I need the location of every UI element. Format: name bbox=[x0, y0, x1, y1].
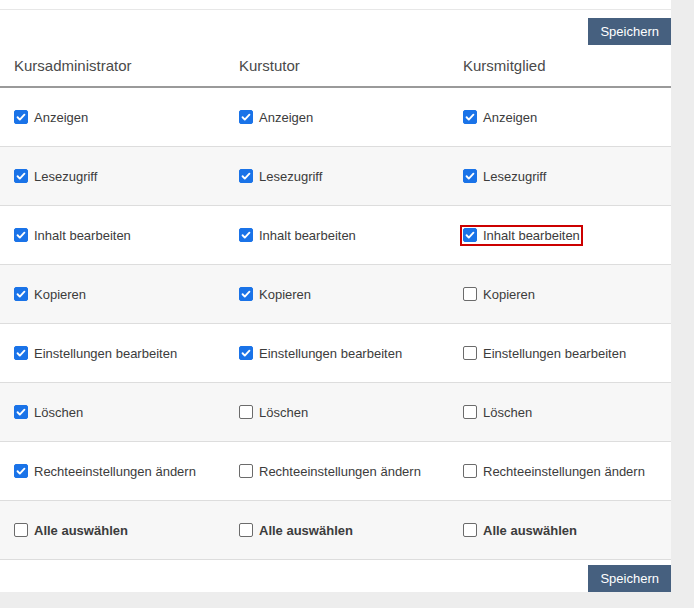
permission-label[interactable]: Kopieren bbox=[483, 287, 535, 302]
permission-label[interactable]: Löschen bbox=[34, 405, 83, 420]
unchecked-checkbox-kursadministrator[interactable] bbox=[14, 523, 28, 537]
checkbox-group: Einstellungen bearbeiten bbox=[14, 346, 177, 361]
permission-cell-kursadministrator: Alle auswählen bbox=[0, 523, 225, 538]
permission-label[interactable]: Alle auswählen bbox=[483, 523, 577, 538]
checked-checkbox-kurstutor[interactable] bbox=[239, 346, 253, 360]
permission-label[interactable]: Anzeigen bbox=[34, 110, 88, 125]
checkbox-group: Kopieren bbox=[14, 287, 86, 302]
permission-label[interactable]: Alle auswählen bbox=[34, 523, 128, 538]
column-header-kursmitglied: Kursmitglied bbox=[449, 57, 671, 74]
checkbox-group: Inhalt bearbeiten bbox=[14, 228, 131, 243]
unchecked-checkbox-kursmitglied[interactable] bbox=[463, 405, 477, 419]
checkbox-group: Lesezugriff bbox=[239, 169, 322, 184]
column-header-kursadministrator: Kursadministrator bbox=[0, 57, 225, 74]
permissions-panel: Speichern Kursadministrator Kurstutor Ku… bbox=[0, 0, 671, 592]
table-row: KopierenKopierenKopieren bbox=[0, 265, 671, 324]
permission-cell-kursmitglied: Lesezugriff bbox=[449, 169, 671, 184]
table-row: Alle auswählenAlle auswählenAlle auswähl… bbox=[0, 501, 671, 560]
checkbox-group: Alle auswählen bbox=[239, 523, 353, 538]
permission-label[interactable]: Anzeigen bbox=[259, 110, 313, 125]
table-row: Einstellungen bearbeitenEinstellungen be… bbox=[0, 324, 671, 383]
permission-label[interactable]: Löschen bbox=[259, 405, 308, 420]
permission-cell-kursadministrator: Lesezugriff bbox=[0, 169, 225, 184]
checked-checkbox-kursmitglied[interactable] bbox=[463, 169, 477, 183]
checkbox-group: Lesezugriff bbox=[463, 169, 546, 184]
checkbox-group: Inhalt bearbeiten bbox=[239, 228, 356, 243]
table-row: Inhalt bearbeitenInhalt bearbeitenInhalt… bbox=[0, 206, 671, 265]
save-button-top[interactable]: Speichern bbox=[588, 18, 671, 45]
permission-cell-kurstutor: Einstellungen bearbeiten bbox=[225, 346, 449, 361]
permission-cell-kursmitglied: Alle auswählen bbox=[449, 523, 671, 538]
checked-checkbox-kursmitglied[interactable] bbox=[463, 110, 477, 124]
checked-checkbox-kurstutor[interactable] bbox=[239, 110, 253, 124]
checkbox-group: Kopieren bbox=[463, 287, 535, 302]
permission-cell-kurstutor: Kopieren bbox=[225, 287, 449, 302]
table-header-row: Kursadministrator Kurstutor Kursmitglied bbox=[0, 45, 671, 88]
checkbox-group: Rechteeinstellungen ändern bbox=[463, 464, 645, 479]
permission-label[interactable]: Rechteeinstellungen ändern bbox=[259, 464, 421, 479]
unchecked-checkbox-kursmitglied[interactable] bbox=[463, 464, 477, 478]
unchecked-checkbox-kurstutor[interactable] bbox=[239, 464, 253, 478]
unchecked-checkbox-kurstutor[interactable] bbox=[239, 523, 253, 537]
save-button-bottom[interactable]: Speichern bbox=[588, 565, 671, 592]
permission-cell-kursmitglied: Einstellungen bearbeiten bbox=[449, 346, 671, 361]
permission-cell-kurstutor: Anzeigen bbox=[225, 110, 449, 125]
checked-checkbox-kurstutor[interactable] bbox=[239, 287, 253, 301]
unchecked-checkbox-kurstutor[interactable] bbox=[239, 405, 253, 419]
checked-checkbox-kursadministrator[interactable] bbox=[14, 110, 28, 124]
permission-label[interactable]: Kopieren bbox=[34, 287, 86, 302]
permission-cell-kursmitglied: Löschen bbox=[449, 405, 671, 420]
checkbox-group: Löschen bbox=[14, 405, 83, 420]
permission-label[interactable]: Inhalt bearbeiten bbox=[259, 228, 356, 243]
permission-label[interactable]: Einstellungen bearbeiten bbox=[483, 346, 626, 361]
checkbox-group: Anzeigen bbox=[14, 110, 88, 125]
permission-label[interactable]: Inhalt bearbeiten bbox=[483, 228, 580, 243]
checked-checkbox-kursadministrator[interactable] bbox=[14, 287, 28, 301]
permission-label[interactable]: Einstellungen bearbeiten bbox=[34, 346, 177, 361]
permission-label[interactable]: Rechteeinstellungen ändern bbox=[483, 464, 645, 479]
permission-cell-kurstutor: Löschen bbox=[225, 405, 449, 420]
checkbox-group: Einstellungen bearbeiten bbox=[463, 346, 626, 361]
permission-cell-kursadministrator: Kopieren bbox=[0, 287, 225, 302]
unchecked-checkbox-kursmitglied[interactable] bbox=[463, 287, 477, 301]
permission-label[interactable]: Inhalt bearbeiten bbox=[34, 228, 131, 243]
checked-checkbox-kursadministrator[interactable] bbox=[14, 464, 28, 478]
checked-checkbox-kurstutor[interactable] bbox=[239, 169, 253, 183]
table-row: LöschenLöschenLöschen bbox=[0, 383, 671, 442]
checkbox-group: Rechteeinstellungen ändern bbox=[14, 464, 196, 479]
permission-label[interactable]: Lesezugriff bbox=[259, 169, 322, 184]
permission-label[interactable]: Alle auswählen bbox=[259, 523, 353, 538]
permission-cell-kursadministrator: Anzeigen bbox=[0, 110, 225, 125]
checked-checkbox-kursadministrator[interactable] bbox=[14, 228, 28, 242]
checked-checkbox-kursadministrator[interactable] bbox=[14, 346, 28, 360]
permission-label[interactable]: Anzeigen bbox=[483, 110, 537, 125]
checked-checkbox-kursadministrator[interactable] bbox=[14, 405, 28, 419]
permission-cell-kurstutor: Lesezugriff bbox=[225, 169, 449, 184]
checkbox-group: Einstellungen bearbeiten bbox=[239, 346, 402, 361]
permissions-rows: AnzeigenAnzeigenAnzeigenLesezugriffLesez… bbox=[0, 88, 671, 560]
checkbox-group: Anzeigen bbox=[239, 110, 313, 125]
checkbox-group: Löschen bbox=[239, 405, 308, 420]
permission-cell-kursadministrator: Einstellungen bearbeiten bbox=[0, 346, 225, 361]
permission-label[interactable]: Löschen bbox=[483, 405, 532, 420]
checkbox-group: Löschen bbox=[463, 405, 532, 420]
permission-label[interactable]: Kopieren bbox=[259, 287, 311, 302]
permission-cell-kursadministrator: Rechteeinstellungen ändern bbox=[0, 464, 225, 479]
checkbox-group: Alle auswählen bbox=[463, 523, 577, 538]
permission-cell-kursmitglied: Anzeigen bbox=[449, 110, 671, 125]
checked-checkbox-kursadministrator[interactable] bbox=[14, 169, 28, 183]
checkbox-group: Lesezugriff bbox=[14, 169, 97, 184]
permission-cell-kurstutor: Alle auswählen bbox=[225, 523, 449, 538]
bottom-toolbar: Speichern bbox=[0, 560, 671, 593]
top-toolbar: Speichern bbox=[0, 10, 671, 45]
checkbox-group: Rechteeinstellungen ändern bbox=[239, 464, 421, 479]
permission-label[interactable]: Lesezugriff bbox=[34, 169, 97, 184]
checked-checkbox-kursmitglied[interactable] bbox=[463, 228, 477, 242]
permission-label[interactable]: Einstellungen bearbeiten bbox=[259, 346, 402, 361]
permission-label[interactable]: Lesezugriff bbox=[483, 169, 546, 184]
unchecked-checkbox-kursmitglied[interactable] bbox=[463, 346, 477, 360]
table-row: Rechteeinstellungen ändernRechteeinstell… bbox=[0, 442, 671, 501]
unchecked-checkbox-kursmitglied[interactable] bbox=[463, 523, 477, 537]
checked-checkbox-kurstutor[interactable] bbox=[239, 228, 253, 242]
permission-label[interactable]: Rechteeinstellungen ändern bbox=[34, 464, 196, 479]
